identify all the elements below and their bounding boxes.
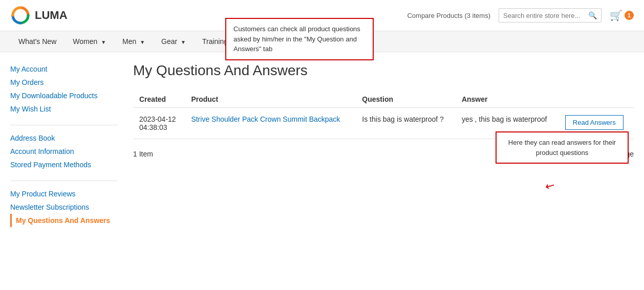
sidebar-item-stored-payment[interactable]: Stored Payment Methods [10, 158, 118, 171]
nav-item-gear[interactable]: Gear ▼ [153, 31, 194, 52]
col-created: Created [133, 91, 185, 108]
cart-button[interactable]: 🛒 1 [610, 9, 634, 21]
sidebar-item-newsletter[interactable]: Newsletter Subscriptions [10, 200, 118, 214]
tooltip-right: Here they can read answers for their pro… [496, 131, 629, 164]
main-wrapper: Here they can read answers for their pro… [0, 52, 644, 257]
sidebar-item-wish-list[interactable]: My Wish List [10, 102, 118, 116]
chevron-down-icon: ▼ [101, 39, 106, 45]
col-answer: Answer [456, 91, 559, 108]
read-answers-button[interactable]: Read Answers [565, 115, 624, 130]
sidebar-item-account-info[interactable]: Account Information [10, 145, 118, 158]
sidebar-item-my-orders[interactable]: My Orders [10, 76, 118, 89]
nav-item-men[interactable]: Men ▼ [114, 31, 153, 52]
product-link[interactable]: Strive Shoulder Pack Crown Summit Backpa… [191, 115, 340, 123]
cell-created: 2023-04-1204:38:03 [133, 108, 185, 139]
sidebar: My Account My Orders My Downloadable Pro… [10, 62, 118, 247]
tooltip-left: Customers can check all product question… [225, 18, 374, 60]
sidebar-section-extras: My Product Reviews Newsletter Subscripti… [10, 187, 118, 227]
sidebar-item-product-reviews[interactable]: My Product Reviews [10, 187, 118, 200]
logo-icon [10, 5, 31, 26]
sidebar-divider-2 [10, 181, 118, 181]
col-product: Product [185, 91, 356, 108]
search-icon[interactable]: 🔍 [588, 11, 597, 19]
sidebar-section-settings: Address Book Account Information Stored … [10, 131, 118, 171]
sidebar-divider-1 [10, 125, 118, 125]
logo-text: LUMA [35, 9, 68, 22]
col-action [559, 91, 634, 108]
sidebar-item-address-book[interactable]: Address Book [10, 131, 118, 145]
sidebar-section-account: My Account My Orders My Downloadable Pro… [10, 62, 118, 116]
col-question: Question [356, 91, 456, 108]
logo[interactable]: LUMA [10, 5, 68, 26]
nav-item-whats-new[interactable]: What's New [10, 31, 65, 52]
table-header: Created Product Question Answer [133, 91, 634, 108]
cart-icon: 🛒 [610, 9, 622, 21]
chevron-down-icon: ▼ [140, 39, 145, 45]
item-count: 1 Item [133, 150, 153, 158]
nav-item-women[interactable]: Women ▼ [65, 31, 114, 52]
cart-badge: 1 [625, 11, 634, 20]
cell-product: Strive Shoulder Pack Crown Summit Backpa… [185, 108, 356, 139]
sidebar-item-downloadable[interactable]: My Downloadable Products [10, 89, 118, 102]
search-input[interactable] [503, 12, 585, 19]
compare-products-link[interactable]: Compare Products (3 items) [407, 12, 490, 19]
search-bar: 🔍 [499, 8, 602, 23]
page-title: My Questions And Answers [133, 62, 634, 79]
chevron-down-icon: ▼ [181, 39, 186, 45]
sidebar-item-my-account[interactable]: My Account [10, 62, 118, 76]
sidebar-item-qa[interactable]: My Questions And Answers [10, 214, 118, 227]
cell-question: Is this bag is waterproof ? [356, 108, 456, 139]
